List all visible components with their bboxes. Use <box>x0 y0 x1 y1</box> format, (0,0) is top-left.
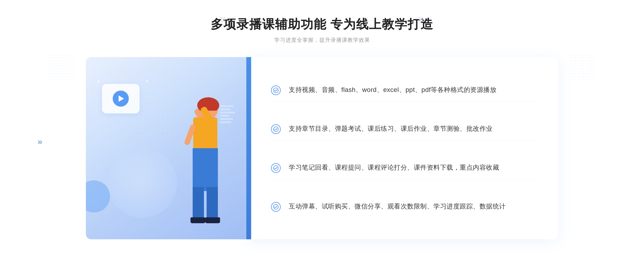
feature-item-3: 学习笔记回看、课程提问、课程评论打分、课件资料下载，重点内容收藏 <box>271 156 537 180</box>
svg-point-6 <box>221 21 222 22</box>
svg-point-12 <box>419 19 420 20</box>
check-icon-1 <box>271 85 281 95</box>
svg-point-1 <box>222 17 224 18</box>
feature-text-4: 互动弹幕、试听购买、微信分享、观看次数限制、学习进度跟踪、数据统计 <box>289 201 506 212</box>
feature-text-2: 支持章节目录、弹题考试、课后练习、课后作业、章节测验、批改作业 <box>289 123 493 134</box>
chevron-left-decoration <box>220 17 226 23</box>
feature-item-4: 互动弹幕、试听购买、微信分享、观看次数限制、学习进度跟踪、数据统计 <box>271 195 537 218</box>
play-icon-circle <box>113 91 129 107</box>
svg-point-0 <box>221 17 222 18</box>
svg-point-13 <box>420 19 422 20</box>
sparkle-2: ✦ <box>145 79 149 84</box>
right-features-panel: 支持视频、音频、flash、word、excel、ppt、pdf等各种格式的资源… <box>247 57 558 239</box>
svg-point-19 <box>273 127 278 132</box>
feature-text-3: 学习笔记回看、课程提问、课程评论打分、课件资料下载，重点内容收藏 <box>289 162 499 173</box>
check-circle-4 <box>271 202 281 212</box>
svg-point-20 <box>273 166 278 170</box>
person-shoe-right <box>205 217 220 223</box>
svg-point-16 <box>420 21 422 22</box>
person-leg-right <box>207 187 218 219</box>
feature-text-1: 支持视频、音频、flash、word、excel、ppt、pdf等各种格式的资源… <box>289 84 496 95</box>
svg-point-3 <box>221 19 222 20</box>
svg-point-18 <box>273 88 278 93</box>
svg-point-2 <box>224 17 225 18</box>
svg-point-4 <box>222 19 224 20</box>
check-circle-1 <box>271 85 281 95</box>
arrow-left-decoration: » <box>38 137 42 147</box>
svg-point-17 <box>422 21 423 22</box>
person-shoe-left <box>191 217 205 223</box>
play-bubble <box>102 84 140 113</box>
check-icon-3 <box>271 163 281 173</box>
blue-strip-accent <box>246 57 251 239</box>
person-illustration <box>156 89 241 239</box>
left-illustration-panel: ✦ ✦ <box>86 57 247 239</box>
dots-left-decoration <box>48 54 75 80</box>
check-circle-2 <box>271 124 281 134</box>
chevron-right-decoration <box>418 17 424 23</box>
svg-point-10 <box>420 17 422 18</box>
deco-small-circle <box>86 180 110 212</box>
svg-point-9 <box>419 17 420 18</box>
svg-point-11 <box>422 17 423 18</box>
person-hair <box>197 97 219 111</box>
main-content: ✦ ✦ <box>86 57 558 239</box>
feature-item-1: 支持视频、音频、flash、word、excel、ppt、pdf等各种格式的资源… <box>271 78 537 102</box>
svg-point-15 <box>419 21 420 22</box>
svg-point-7 <box>222 21 224 22</box>
feature-item-2: 支持章节目录、弹题考试、课后练习、课后作业、章节测验、批改作业 <box>271 117 537 141</box>
svg-point-8 <box>224 21 225 22</box>
play-triangle-icon <box>119 95 124 102</box>
check-circle-3 <box>271 163 281 173</box>
svg-point-5 <box>224 19 225 20</box>
person-leg-left <box>193 187 204 219</box>
page-title: 多项录播课辅助功能 专为线上教学打造 <box>211 16 434 33</box>
svg-point-21 <box>273 204 278 209</box>
person-body <box>193 117 217 150</box>
check-icon-4 <box>271 202 281 212</box>
header: 多项录播课辅助功能 专为线上教学打造 学习进度全掌握，提升录播课教学效果 <box>211 16 434 44</box>
svg-point-14 <box>422 19 423 20</box>
dots-right-decoration <box>569 54 596 80</box>
check-icon-2 <box>271 124 281 134</box>
person-pants <box>193 148 218 191</box>
sparkle-1: ✦ <box>97 79 101 84</box>
page-wrapper: » 多项录播课辅助功能 专为线上教学打造 学习 <box>0 0 644 261</box>
page-subtitle: 学习进度全掌握，提升录播课教学效果 <box>211 36 434 44</box>
